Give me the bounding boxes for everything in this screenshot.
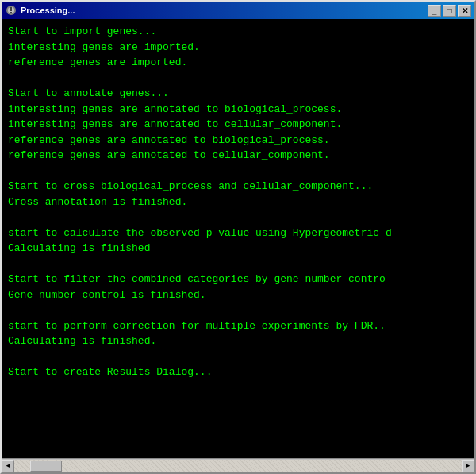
svg-rect-3 [10,12,12,13]
main-window: Processing... _ □ ✕ Start to import gene… [0,0,476,474]
svg-rect-2 [10,7,12,11]
scroll-track[interactable] [14,460,462,472]
scroll-left-button[interactable]: ◄ [2,460,14,472]
maximize-button[interactable]: □ [443,5,456,17]
window-controls: _ □ ✕ [428,5,471,17]
window-icon [5,4,17,17]
horizontal-scrollbar[interactable]: ◄ ► [2,458,474,472]
window-title: Processing... [21,6,428,15]
scroll-right-button[interactable]: ► [462,460,474,472]
console-output: Start to import genes... interesting gen… [2,19,474,458]
scroll-thumb[interactable] [30,461,62,472]
close-button[interactable]: ✕ [458,5,471,17]
console-text-block: Start to import genes... interesting gen… [8,24,468,380]
minimize-button[interactable]: _ [428,5,441,17]
title-bar: Processing... _ □ ✕ [2,2,474,19]
